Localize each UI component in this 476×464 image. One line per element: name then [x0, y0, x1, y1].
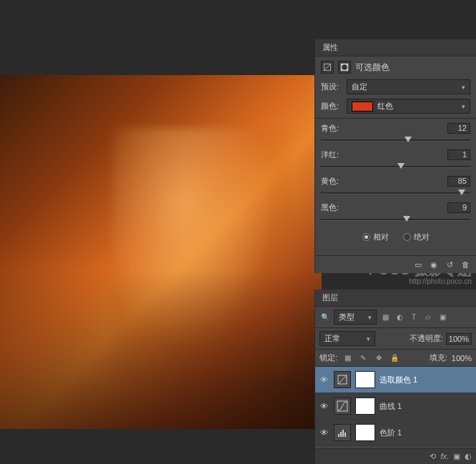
slider-thumb-icon[interactable] — [405, 137, 412, 142]
preset-value: 自定 — [352, 82, 367, 92]
layer-name[interactable]: 色阶 1 — [380, 428, 402, 438]
add-mask-icon[interactable]: ▣ — [453, 452, 460, 461]
slider-value[interactable]: 85 — [447, 176, 470, 187]
layer-name[interactable]: 选取颜色 1 — [380, 375, 417, 385]
layers-panel: 图层 🔍 类型 ▦ ◐ T ▱ ▣ 正常 不透明度: 100% 锁定: ▦ ✎ … — [314, 290, 476, 464]
layer-row[interactable]: 👁色阶 1 — [315, 420, 476, 446]
mode-relative[interactable]: 相对 — [362, 232, 389, 242]
adjustment-icon — [321, 61, 334, 74]
mode-absolute[interactable]: 绝对 — [403, 232, 430, 242]
slider-thumb-icon[interactable] — [458, 189, 465, 195]
filter-kind-select[interactable]: 类型 — [334, 310, 377, 325]
clip-icon[interactable]: ▭ — [412, 259, 425, 270]
filter-type-icon[interactable]: T — [408, 312, 420, 322]
properties-tab[interactable]: 属性 — [315, 39, 476, 56]
color-select[interactable]: 红色 — [347, 99, 470, 114]
visibility-eye-icon[interactable]: 👁 — [318, 402, 329, 410]
view-previous-icon[interactable]: ◉ — [427, 259, 440, 270]
filter-search-icon[interactable]: 🔍 — [319, 312, 331, 322]
new-adjustment-icon[interactable]: ◐ — [465, 452, 472, 461]
blend-mode-select[interactable]: 正常 — [319, 331, 375, 346]
visibility-eye-icon[interactable]: 👁 — [318, 428, 329, 437]
fill-value[interactable]: 100% — [452, 354, 472, 362]
slider-value[interactable]: 1 — [447, 149, 470, 160]
trash-icon[interactable]: 🗑 — [459, 259, 472, 270]
color-label: 颜色: — [321, 101, 342, 112]
slider-track[interactable] — [321, 135, 470, 145]
properties-title: 可选颜色 — [355, 61, 390, 74]
slider-value[interactable]: 12 — [447, 123, 470, 134]
filter-shape-icon[interactable]: ▱ — [422, 312, 434, 322]
filter-adjust-icon[interactable]: ◐ — [394, 312, 405, 322]
reset-icon[interactable]: ↺ — [443, 259, 456, 270]
lock-move-icon[interactable]: ✥ — [373, 353, 385, 363]
layer-mask-thumb[interactable] — [355, 398, 375, 415]
link-layers-icon[interactable]: ⟲ — [430, 452, 436, 461]
opacity-label: 不透明度: — [410, 333, 443, 344]
properties-panel: 属性 可选颜色 预设: 自定 颜色: 红色 青色:12洋红:1黄色:85黑 — [314, 39, 476, 273]
lock-label: 锁定: — [319, 352, 337, 363]
lock-all-icon[interactable]: 🔒 — [389, 353, 400, 363]
layer-mask-thumb[interactable] — [355, 371, 375, 388]
color-swatch — [352, 102, 373, 112]
layer-row[interactable]: 👁选取颜色 1 — [315, 367, 476, 393]
layer-fx-icon[interactable]: fx. — [440, 452, 449, 461]
radio-dot-icon — [403, 233, 411, 241]
document-canvas[interactable] — [0, 75, 322, 429]
filter-smart-icon[interactable]: ▣ — [437, 312, 448, 322]
visibility-eye-icon[interactable]: 👁 — [318, 375, 329, 384]
slider-track[interactable] — [321, 188, 470, 198]
layer-mask-thumb[interactable] — [355, 424, 375, 441]
slider-label: 青色: — [321, 123, 339, 134]
filter-pixel-icon[interactable]: ▦ — [380, 312, 391, 322]
lock-brush-icon[interactable]: ✎ — [357, 353, 369, 363]
slider-label: 黑色: — [321, 202, 339, 213]
watermark-url: http://photo.poco.cn — [369, 277, 472, 285]
slider-track[interactable] — [321, 162, 470, 172]
radio-dot-icon — [362, 233, 370, 241]
layer-name[interactable]: 曲线 1 — [380, 401, 402, 412]
preset-select[interactable]: 自定 — [347, 79, 470, 94]
adjustment-thumb-icon — [334, 398, 351, 415]
layer-row[interactable]: 👁曲线 1 — [315, 393, 476, 420]
svg-rect-5 — [338, 434, 339, 437]
slider-label: 黄色: — [321, 176, 339, 187]
color-value: 红色 — [377, 101, 457, 112]
svg-rect-8 — [344, 433, 346, 437]
slider-thumb-icon[interactable] — [403, 216, 410, 222]
svg-point-2 — [342, 64, 347, 70]
layers-tab[interactable]: 图层 — [315, 290, 476, 307]
slider-thumb-icon[interactable] — [397, 163, 405, 169]
mask-icon — [338, 61, 351, 74]
opacity-value[interactable]: 100% — [446, 333, 472, 345]
svg-rect-6 — [340, 432, 342, 437]
slider-value[interactable]: 9 — [447, 202, 470, 213]
fill-label: 填充: — [430, 352, 447, 363]
slider-label: 洋红: — [321, 149, 339, 160]
slider-track[interactable] — [321, 214, 470, 224]
adjustment-thumb-icon — [334, 371, 351, 388]
preset-label: 预设: — [321, 82, 342, 92]
svg-rect-7 — [342, 430, 344, 437]
lock-transparency-icon[interactable]: ▦ — [342, 353, 353, 363]
adjustment-thumb-icon — [334, 424, 351, 441]
